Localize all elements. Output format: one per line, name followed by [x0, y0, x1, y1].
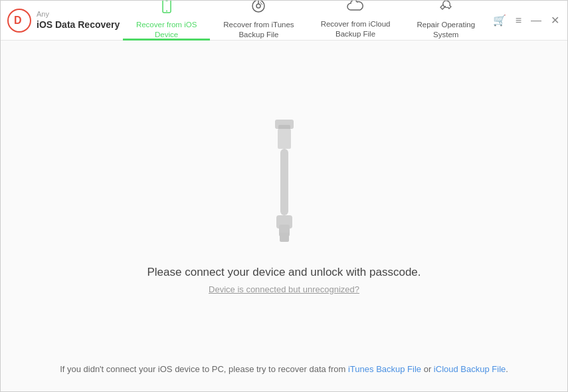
svg-point-6	[256, 4, 260, 8]
app-logo-icon: D	[7, 9, 31, 33]
app-name: iOS Data Recovery	[37, 19, 120, 31]
icloud-backup-link[interactable]: iCloud Backup File	[434, 364, 506, 374]
tab-ios-device[interactable]: Recover from iOSDevice	[123, 1, 210, 41]
cart-button[interactable]: 🛒	[492, 14, 508, 27]
tab-itunes-backup[interactable]: Recover from iTunesBackup File	[210, 1, 307, 41]
tab-ios-device-label: Recover from iOSDevice	[136, 20, 197, 40]
main-content: Please connect your device and unlock wi…	[1, 41, 567, 392]
connect-message: Please connect your device and unlock wi…	[147, 266, 421, 279]
tab-repair-label: Repair OperatingSystem	[417, 20, 475, 40]
minimize-button[interactable]: —	[529, 14, 543, 27]
tab-repair-os[interactable]: Repair OperatingSystem	[403, 1, 488, 41]
app-logo: D Any iOS Data Recovery	[7, 9, 120, 33]
tab-icloud-label: Recover from iCloudBackup File	[321, 19, 391, 39]
title-bar: D Any iOS Data Recovery Recover from iOS…	[1, 1, 567, 41]
nav-tabs: Recover from iOSDevice Recover from iTun…	[123, 1, 488, 41]
menu-button[interactable]: ≡	[514, 14, 523, 27]
footer-before: If you didn't connect your iOS device to…	[60, 364, 348, 374]
unrecognized-link[interactable]: Device is connected but unrecognized?	[209, 284, 359, 294]
svg-rect-10	[278, 129, 291, 149]
itunes-icon	[251, 0, 266, 17]
footer-text: If you didn't connect your iOS device to…	[1, 364, 567, 374]
ios-device-icon	[159, 0, 174, 17]
app-any-label: Any	[37, 10, 120, 19]
footer-middle: or	[421, 364, 434, 374]
repair-icon	[438, 0, 453, 17]
app-name-container: Any iOS Data Recovery	[37, 10, 120, 31]
itunes-backup-link[interactable]: iTunes Backup File	[348, 364, 421, 374]
svg-rect-14	[280, 233, 289, 242]
footer-after: .	[506, 364, 508, 374]
icloud-icon	[347, 0, 364, 17]
svg-rect-11	[280, 149, 288, 215]
window-controls: 🛒 ≡ — ✕	[492, 14, 561, 27]
tab-itunes-label: Recover from iTunesBackup File	[223, 20, 294, 40]
svg-text:D: D	[14, 15, 22, 26]
cable-illustration	[244, 113, 324, 246]
tab-icloud-backup[interactable]: Recover from iCloudBackup File	[308, 1, 404, 41]
svg-point-4	[166, 11, 167, 12]
close-button[interactable]: ✕	[549, 14, 561, 27]
lightning-cable-svg	[244, 113, 324, 246]
